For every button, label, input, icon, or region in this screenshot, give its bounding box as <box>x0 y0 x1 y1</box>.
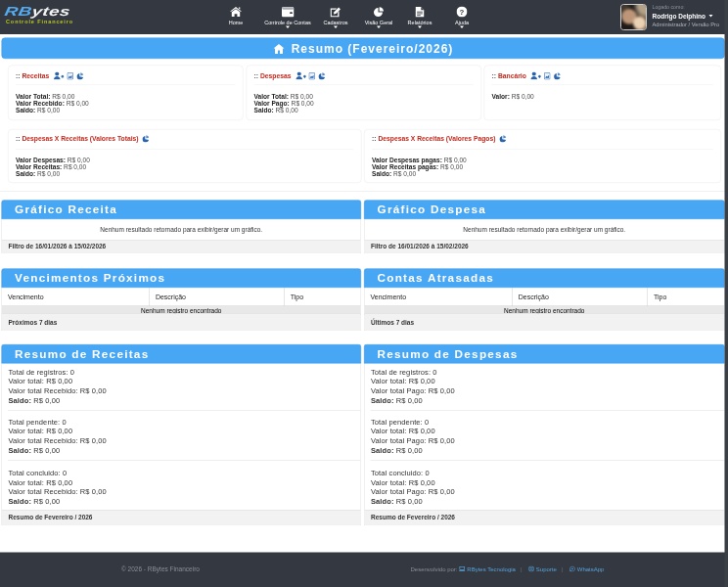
svg-text:?: ? <box>460 8 465 17</box>
